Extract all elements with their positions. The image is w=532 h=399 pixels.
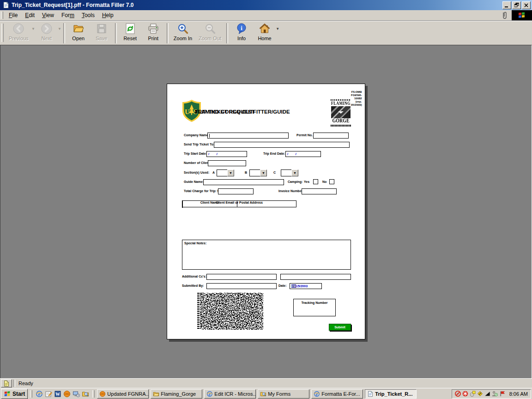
flag-icon[interactable] (499, 391, 505, 397)
toolbar-grip[interactable] (1, 24, 4, 42)
total-charge-field[interactable] (218, 188, 254, 194)
windows-logo-throbber (512, 10, 532, 20)
mouse-note-icon[interactable] (470, 391, 476, 397)
taskbar-grip[interactable] (92, 390, 95, 398)
close-button[interactable] (522, 1, 531, 9)
print-icon (147, 23, 159, 35)
quick-launch: eW (35, 389, 90, 399)
tray-icons (455, 391, 505, 397)
submitted-by-label: Submitted By: (182, 284, 204, 287)
camping-no-checkbox[interactable] (329, 179, 334, 184)
scheduler-icon[interactable] (492, 391, 498, 397)
end-date-field[interactable]: / / (285, 151, 321, 157)
menu-tools[interactable]: Tools (78, 11, 98, 20)
quick-launch-word-icon[interactable]: W (53, 389, 62, 399)
chevron-down-icon[interactable]: ▼ (31, 27, 35, 31)
special-notes-field[interactable]: Special Notes: (182, 240, 351, 270)
start-label: Start (12, 391, 25, 397)
additional-ccs-field-1[interactable] (206, 274, 277, 280)
invoice-field[interactable] (302, 188, 337, 194)
save-button: Save (90, 21, 113, 45)
form-page: FS-FG-1 OMB 0596-0082 (exp. 05/2009) U S… (167, 84, 365, 339)
zoom-out-button: Zoom Out (195, 21, 224, 45)
print-button[interactable]: Print (142, 21, 165, 45)
taskbar-task-trip-ticket-r[interactable]: Trip_Ticket_R... (365, 389, 417, 399)
chevron-down-icon[interactable]: ▼ (276, 27, 279, 31)
reset-button[interactable]: Reset (119, 21, 142, 45)
menu-form[interactable]: Form (58, 11, 78, 20)
toolbar-separator (226, 23, 228, 43)
permit-no-field[interactable] (313, 133, 349, 139)
info-button[interactable]: iInfo (230, 21, 253, 45)
stamp-gorge-text: GORGE (331, 117, 351, 123)
svg-text:U: U (185, 108, 190, 115)
start-button[interactable]: Start (1, 389, 28, 399)
menu-view[interactable]: View (38, 11, 58, 20)
home-button[interactable]: Home▼ (253, 21, 279, 45)
taskbar-grip[interactable] (30, 390, 32, 398)
form-doc-icon (367, 391, 374, 397)
send-to-field[interactable] (214, 142, 350, 148)
statusbar-divider (13, 380, 15, 387)
taskbar-task-flaming-gorge[interactable]: Flaming_Gorge (151, 389, 202, 399)
camping-label: Camping: (288, 180, 302, 183)
taskbar-task-formatta-e-for[interactable]: eFormatta E-For... (311, 389, 363, 399)
menu-edit[interactable]: Edit (21, 11, 38, 20)
form-page-icon[interactable] (1, 379, 12, 387)
start-date-field[interactable]: / / (206, 151, 247, 157)
date-value-selected: 09/ (291, 284, 296, 288)
restore-button[interactable] (512, 1, 521, 9)
company-name-field[interactable] (207, 133, 289, 139)
quick-launch-ie-icon[interactable]: e (35, 389, 44, 399)
taskbar-task-edit-icr-micros[interactable]: eEdit ICR - Micros... (204, 389, 256, 399)
reset-icon (124, 23, 136, 35)
client-address-cell[interactable] (182, 200, 183, 208)
minimize-button[interactable] (502, 1, 511, 9)
next-button: Next▼ (35, 21, 61, 45)
quick-launch-formatta-icon[interactable] (62, 389, 72, 399)
guide-name-field[interactable] (203, 179, 284, 185)
svg-text:e: e (209, 391, 211, 396)
chevron-down-icon: ▼ (291, 169, 298, 176)
quick-launch-mail-compose-icon[interactable] (44, 389, 53, 399)
document-area: FS-FG-1 OMB 0596-0082 (exp. 05/2009) U S… (0, 45, 532, 379)
num-clients-field[interactable] (208, 160, 246, 166)
taskbar-task-updated-fgnra[interactable]: Updated FGNRA... (97, 389, 149, 399)
section-b-dropdown[interactable]: ▼ (249, 169, 261, 176)
sections-used-label: Section(s) Used: (184, 171, 209, 174)
svg-text:i: i (241, 24, 242, 31)
menu-file[interactable]: File (5, 11, 21, 20)
red-asterisk-icon[interactable] (462, 391, 468, 397)
taskbar: Start eW Updated FGNRA...Flaming_GorgeeE… (0, 388, 532, 399)
chevron-down-icon[interactable]: ▼ (58, 27, 61, 31)
toolbar-separator (63, 23, 65, 43)
section-c-label: C (273, 171, 276, 174)
date-field[interactable]: 09/15/2003 (290, 283, 322, 289)
zoom-in-button[interactable]: Zoom In (170, 21, 195, 45)
quick-launch-search-folder-icon[interactable] (81, 389, 90, 399)
toolbar-separator (167, 23, 169, 43)
taskbar-task-my-forms[interactable]: My Forms (258, 389, 309, 399)
section-c-dropdown[interactable]: ▼ (281, 169, 293, 176)
stamp-flaming-text: FLAMING (331, 101, 351, 106)
menu-help[interactable]: Help (98, 11, 117, 20)
mute-icon[interactable] (455, 391, 461, 397)
open-button[interactable]: Open (67, 21, 90, 45)
chevron-down-icon: ▼ (227, 169, 234, 176)
menu-grip[interactable] (1, 12, 3, 19)
svg-text:W: W (55, 392, 60, 397)
submitted-by-field[interactable] (206, 283, 277, 289)
pen-tablet-icon[interactable] (477, 391, 483, 397)
submit-button[interactable]: Submit (329, 324, 351, 331)
info-icon: i (236, 23, 248, 35)
permit-no-label: Permit No. (296, 133, 313, 137)
folder-icon (153, 391, 159, 397)
paperclip-attachment-button[interactable] (499, 11, 510, 19)
toolbar: Previous▼Next▼OpenSaveResetPrintZoom InZ… (0, 21, 532, 46)
save-icon (96, 23, 108, 35)
additional-ccs-field-2[interactable] (280, 274, 351, 280)
camping-yes-checkbox[interactable] (313, 179, 318, 184)
section-a-dropdown[interactable]: ▼ (217, 169, 229, 176)
volume-triangle-icon[interactable] (484, 391, 490, 397)
quick-launch-show-desktop-icon[interactable] (72, 389, 81, 399)
